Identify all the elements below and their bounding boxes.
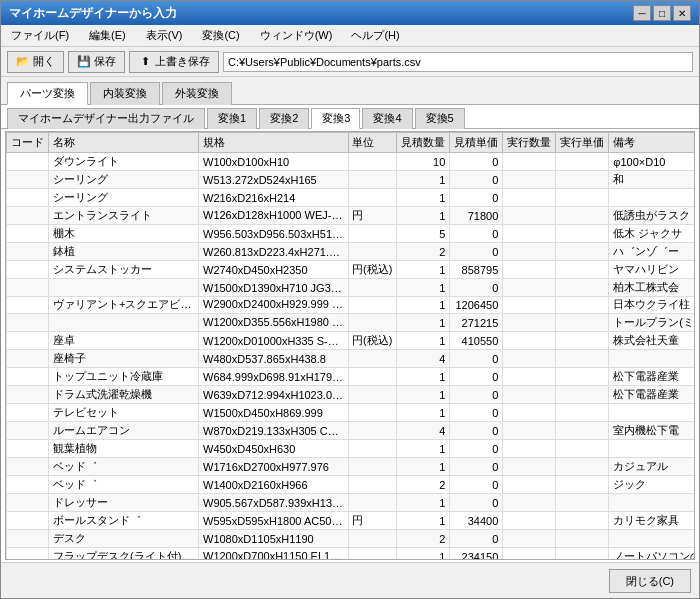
cell-name: ドラム式洗濯乾燥機 (49, 386, 199, 404)
cell-code (7, 207, 49, 225)
table-row[interactable]: 観葉植物W450xD450xH63010 (7, 440, 696, 458)
cell-code (7, 261, 49, 279)
table-row[interactable]: W1500xD1390xH710 JG31HM×1 + UC1…10柏木工株式会 (7, 279, 696, 297)
cell-code (7, 225, 49, 243)
table-row[interactable]: W1200xD355.556xH1980 XXGC20ARHFHV円(税込)12… (7, 314, 696, 332)
table-row[interactable]: ドラム式洗濯乾燥機W639xD712.994xH1023.02 NA-VR110… (7, 386, 696, 404)
cell-code (7, 530, 49, 548)
cell-code (7, 279, 49, 297)
cell-act_unit (556, 314, 609, 332)
cell-note: 松下電器産業 (609, 368, 695, 386)
cell-name: ヴァリアント+スクエアビジターテーブル (49, 297, 199, 314)
cell-note: φ100×D10 (609, 153, 695, 171)
cell-unit (349, 548, 397, 561)
cell-code (7, 512, 49, 530)
cell-spec: W1716xD2700xH977.976 (199, 458, 349, 476)
table-row[interactable]: フラップデスク(ライト付)+肘かチェアW1200xD700xH1150 EL11… (7, 548, 696, 561)
outer-tab[interactable]: パーツ変換 (7, 82, 88, 105)
cell-name: デスク (49, 530, 199, 548)
cell-code (7, 494, 49, 512)
cell-act_qty (503, 297, 556, 314)
table-row[interactable]: エントランスライトW126xD128xH1000 WEJ-1型円171800低誘… (7, 207, 696, 225)
outer-tabs: パーツ変換内装変換外装変換 (1, 77, 699, 105)
cell-est_qty: 1 (397, 494, 450, 512)
cell-est_unit: 0 (450, 494, 503, 512)
cell-act_unit (556, 440, 609, 458)
save-button[interactable]: 💾 保存 (68, 51, 125, 73)
cell-act_qty (503, 332, 556, 350)
cell-act_qty (503, 512, 556, 530)
table-row[interactable]: ベッド゛W1400xD2160xH96620ジック (7, 476, 696, 494)
cell-act_unit (556, 279, 609, 297)
cell-unit (349, 422, 397, 440)
maximize-button[interactable]: □ (653, 5, 671, 21)
open-icon: 📂 (16, 55, 30, 69)
outer-tab[interactable]: 外装変換 (162, 82, 232, 105)
table-container[interactable]: コード 名称 規格 単位 見積数量 見積単価 実行数量 実行単価 備考 ダウンラ… (5, 131, 695, 560)
menu-item[interactable]: 編集(E) (83, 26, 132, 45)
header-name: 名称 (49, 133, 199, 153)
cell-est_unit: 0 (450, 350, 503, 368)
cell-unit (349, 243, 397, 261)
table-row[interactable]: ルームエアコンW870xD219.133xH305 CS-X28740室内機松下… (7, 422, 696, 440)
cell-name: システムストッカー (49, 261, 199, 279)
table-row[interactable]: ダウンライトW100xD100xH10100φ100×D10 (7, 153, 696, 171)
inner-tab[interactable]: 変換4 (362, 108, 412, 129)
table-row[interactable]: デスクW1080xD1105xH119020 (7, 530, 696, 548)
inner-tab[interactable]: 変換2 (259, 108, 309, 129)
header-act-unit: 実行単価 (556, 133, 609, 153)
inner-tab[interactable]: マイホームデザイナー出力ファイル (7, 108, 205, 129)
cell-unit (349, 350, 397, 368)
menu-item[interactable]: ウィンドウ(W) (254, 26, 339, 45)
cell-name: シーリング (49, 189, 199, 207)
menu-item[interactable]: 表示(V) (140, 26, 189, 45)
cell-note: ヤマハリビン (609, 261, 695, 279)
cell-code (7, 404, 49, 422)
cell-note: 室内機松下電 (609, 422, 695, 440)
table-row[interactable]: ボールスタンド゛W595xD595xH1800 AC5050NK円134400カ… (7, 512, 696, 530)
cell-unit (349, 171, 397, 189)
table-row[interactable]: 棚木W956.503xD956.503xH519.30750低木 ジャクサゕ゛ (7, 225, 696, 243)
table-row[interactable]: ドレッサーW905.567xD587.939xH1358.8510 (7, 494, 696, 512)
minimize-button[interactable]: ─ (633, 5, 651, 21)
table-row[interactable]: 座椅子W480xD537.865xH438.840 (7, 350, 696, 368)
inner-tab[interactable]: 変換5 (415, 108, 465, 129)
table-row[interactable]: ベッド゛W1716xD2700xH977.97610カジュアル (7, 458, 696, 476)
close-button[interactable]: ✕ (673, 5, 691, 21)
cell-note: ノートパソコンの収 (609, 548, 695, 561)
menu-item[interactable]: ヘルプ(H) (346, 26, 405, 45)
save-as-button[interactable]: ⬆ 上書き保存 (129, 51, 219, 73)
close-dialog-button[interactable]: 閉じる(C) (609, 569, 691, 593)
path-input[interactable] (223, 52, 693, 72)
table-row[interactable]: システムストッカーW2740xD450xH2350円(税込)1858795ヤマハ… (7, 261, 696, 279)
cell-est_qty: 1 (397, 332, 450, 350)
cell-note (609, 404, 695, 422)
save-label: 保存 (94, 54, 116, 69)
cell-act_qty (503, 314, 556, 332)
cell-unit (349, 476, 397, 494)
cell-act_qty (503, 225, 556, 243)
table-row[interactable]: シーリングW216xD216xH21410 (7, 189, 696, 207)
menu-item[interactable]: 変換(C) (196, 26, 245, 45)
inner-tab[interactable]: 変換3 (311, 108, 360, 129)
table-row[interactable]: テレビセットW1500xD450xH869.99910 (7, 404, 696, 422)
cell-est_qty: 4 (397, 350, 450, 368)
table-row[interactable]: 鉢植W260.813xD223.4xH271.25820ハ゛ンゾ゛ー (7, 243, 696, 261)
cell-act_unit (556, 261, 609, 279)
table-row[interactable]: トップユニット冷蔵庫W684.999xD698.91xH1798.01 NR-F… (7, 368, 696, 386)
cell-name: ボールスタンド゛ (49, 512, 199, 530)
cell-act_unit (556, 386, 609, 404)
cell-est_unit: 0 (450, 153, 503, 171)
header-act-qty: 実行数量 (503, 133, 556, 153)
table-row[interactable]: シーリングW513.272xD524xH16510和 (7, 171, 696, 189)
header-est-unit: 見積単価 (450, 133, 503, 153)
menu-item[interactable]: ファイル(F) (5, 26, 75, 45)
outer-tab[interactable]: 内装変換 (90, 82, 160, 105)
open-button[interactable]: 📂 開く (7, 51, 64, 73)
table-row[interactable]: ヴァリアント+スクエアビジターテーブルW2900xD2400xH929.999 … (7, 297, 696, 314)
cell-note (609, 440, 695, 458)
cell-est_unit: 0 (450, 386, 503, 404)
cell-est_unit: 0 (450, 404, 503, 422)
table-row[interactable]: 座卓W1200xD01000xH335 S-6026円(税込)1410550株式… (7, 332, 696, 350)
inner-tab[interactable]: 変換1 (207, 108, 257, 129)
